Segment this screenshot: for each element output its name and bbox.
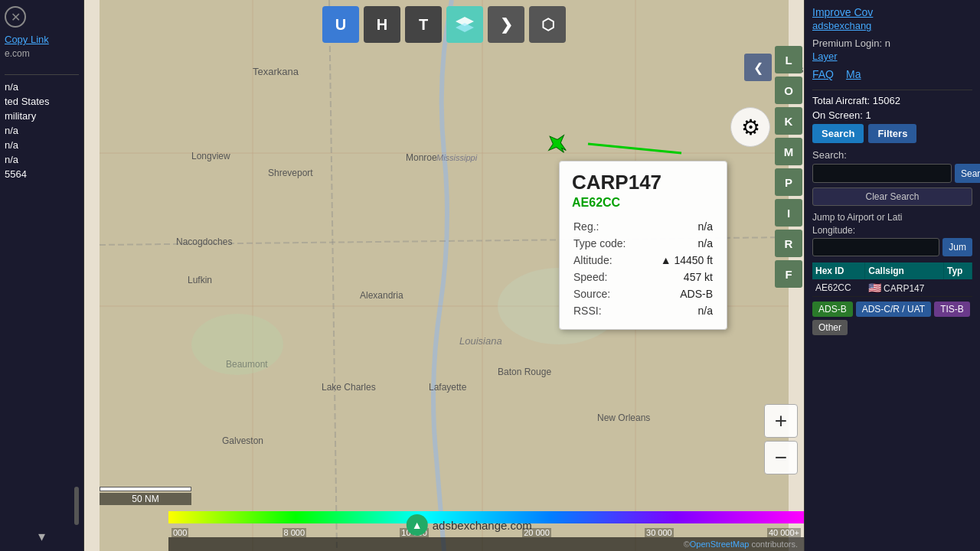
scroll-down-icon[interactable]: ▾ bbox=[5, 528, 79, 545]
reg-label: Reg.: bbox=[573, 219, 642, 234]
back-panel: ❮ bbox=[744, 54, 772, 81]
svg-text:Baton Rouge: Baton Rouge bbox=[498, 367, 551, 377]
field-value-4: n/a bbox=[5, 139, 79, 151]
rssi-value: n/a bbox=[644, 303, 713, 318]
alt-label-5: 40 000+ bbox=[767, 528, 801, 537]
arrows-btn[interactable]: ⬡ bbox=[529, 6, 566, 43]
watermark: ▲ adsbexchange.com bbox=[407, 514, 532, 536]
row-type bbox=[943, 279, 972, 297]
side-btn-f[interactable]: F bbox=[775, 260, 802, 288]
svg-text:Alexandria: Alexandria bbox=[360, 290, 403, 301]
reg-value: n/a bbox=[644, 219, 713, 234]
zoom-controls: + − bbox=[764, 404, 798, 474]
side-btn-r[interactable]: R bbox=[775, 230, 802, 257]
svg-marker-26 bbox=[544, 130, 571, 158]
tag-adsc[interactable]: ADS-C/R / UAT bbox=[856, 302, 931, 317]
jump-button[interactable]: Jum bbox=[942, 238, 972, 256]
layers-icon bbox=[454, 14, 475, 35]
tag-tisb[interactable]: TIS-B bbox=[934, 302, 970, 317]
search-go-button[interactable]: Sear bbox=[955, 164, 980, 183]
layers-btn[interactable] bbox=[446, 6, 483, 43]
alt-label-4: 30 000 bbox=[645, 528, 674, 537]
side-btn-k[interactable]: K bbox=[775, 107, 802, 135]
svg-text:Galveston: Galveston bbox=[222, 435, 263, 446]
btn-u[interactable]: U bbox=[322, 6, 359, 43]
scale-line bbox=[100, 487, 191, 491]
close-button[interactable]: ✕ bbox=[5, 6, 26, 28]
zoom-out-button[interactable]: − bbox=[764, 441, 798, 474]
scale-bar: 50 NM bbox=[100, 487, 191, 505]
on-screen-label: On Screen: bbox=[812, 109, 863, 121]
right-panel: Improve Cov adsbexchang Premium Login: n… bbox=[804, 0, 980, 551]
ac-hex: AE62CC bbox=[572, 196, 714, 210]
back-button[interactable]: ❮ bbox=[744, 54, 772, 81]
side-nav: L O K M P I R F bbox=[775, 46, 804, 288]
layer-link[interactable]: Layer bbox=[812, 51, 972, 62]
svg-text:Louisiana: Louisiana bbox=[459, 335, 502, 347]
total-aircraft-value: 15062 bbox=[873, 95, 900, 106]
field-value-2: military bbox=[5, 110, 79, 122]
speed-value: 457 kt bbox=[644, 269, 713, 285]
btn-h[interactable]: H bbox=[364, 6, 400, 43]
nav-links: FAQ Ma bbox=[812, 68, 972, 80]
scale-label: 50 NM bbox=[100, 493, 191, 505]
field-value-5: n/a bbox=[5, 154, 79, 165]
svg-text:Shreveport: Shreveport bbox=[268, 168, 313, 178]
total-aircraft-label: Total Aircraft: bbox=[812, 95, 870, 106]
premium-login: Premium Login: n bbox=[812, 37, 972, 49]
search-input[interactable] bbox=[812, 164, 952, 183]
adsbexchange-link[interactable]: adsbexchang bbox=[812, 20, 972, 31]
side-btn-p[interactable]: P bbox=[775, 168, 802, 196]
map-link[interactable]: Ma bbox=[846, 68, 861, 80]
side-btn-m[interactable]: M bbox=[775, 138, 802, 165]
clear-search-button[interactable]: Clear Search bbox=[812, 187, 972, 206]
svg-text:Lafayette: Lafayette bbox=[429, 382, 467, 393]
type-code-value: n/a bbox=[644, 236, 713, 251]
aircraft-table: Hex ID Callsign Typ AE62CC 🇺🇸 CARP147 bbox=[812, 262, 972, 297]
openstreetmap-link[interactable]: OpenStreetMap bbox=[690, 540, 750, 549]
btn-t[interactable]: T bbox=[405, 6, 442, 43]
faq-link[interactable]: FAQ bbox=[812, 68, 834, 80]
copy-link-button[interactable]: Copy Link bbox=[5, 34, 79, 45]
field-value-1: ted States bbox=[5, 96, 79, 107]
source-tags: ADS-B ADS-C/R / UAT TIS-B Other bbox=[812, 302, 972, 335]
svg-text:Lake Charles: Lake Charles bbox=[322, 382, 376, 393]
on-screen-stat: On Screen: 1 bbox=[812, 109, 972, 121]
field-value-3: n/a bbox=[5, 125, 79, 136]
altitude-value: ▲ 14450 ft bbox=[644, 253, 713, 268]
tag-other[interactable]: Other bbox=[812, 320, 848, 335]
svg-text:New Orleans: New Orleans bbox=[597, 412, 650, 423]
jump-row: Jum bbox=[812, 238, 972, 256]
row-callsign: 🇺🇸 CARP147 bbox=[865, 279, 944, 297]
tag-adsb[interactable]: ADS-B bbox=[812, 302, 853, 317]
col-hex-id: Hex ID bbox=[812, 262, 865, 279]
ac-callsign: CARP147 bbox=[572, 171, 714, 194]
jump-label: Jump to Airport or Lati bbox=[812, 212, 972, 223]
field-value-0: n/a bbox=[5, 81, 79, 93]
left-panel: ✕ Copy Link e.com n/a ted States militar… bbox=[0, 0, 84, 551]
row-hex: AE62CC bbox=[812, 279, 865, 297]
aircraft-icon[interactable] bbox=[544, 130, 571, 158]
scrollbar[interactable] bbox=[74, 487, 79, 525]
col-callsign: Callsign bbox=[865, 262, 944, 279]
search-button[interactable]: Search bbox=[812, 124, 864, 143]
alt-label-1: 8 000 bbox=[283, 528, 307, 537]
svg-text:Nacogdoches: Nacogdoches bbox=[176, 236, 232, 247]
search-row: Sear bbox=[812, 164, 972, 183]
svg-text:Longview: Longview bbox=[191, 151, 230, 161]
divider bbox=[5, 74, 79, 75]
side-btn-o[interactable]: O bbox=[775, 77, 802, 104]
jump-input[interactable] bbox=[812, 238, 939, 256]
filters-button[interactable]: Filters bbox=[868, 124, 916, 143]
side-btn-i[interactable]: I bbox=[775, 199, 802, 227]
improve-coverage-link[interactable]: Improve Cov bbox=[812, 6, 972, 18]
table-row[interactable]: AE62CC 🇺🇸 CARP147 bbox=[812, 279, 972, 297]
zoom-in-button[interactable]: + bbox=[764, 404, 798, 438]
svg-text:Monroe: Monroe bbox=[406, 152, 437, 163]
gear-button[interactable]: ⚙ bbox=[730, 107, 770, 147]
watermark-logo: ▲ bbox=[407, 514, 428, 536]
next-btn[interactable]: ❯ bbox=[488, 6, 524, 43]
svg-text:Lufkin: Lufkin bbox=[188, 275, 212, 285]
map-area[interactable]: Texarkana Longview Shreveport Monroe Jac… bbox=[84, 0, 804, 551]
side-btn-l[interactable]: L bbox=[775, 46, 802, 73]
